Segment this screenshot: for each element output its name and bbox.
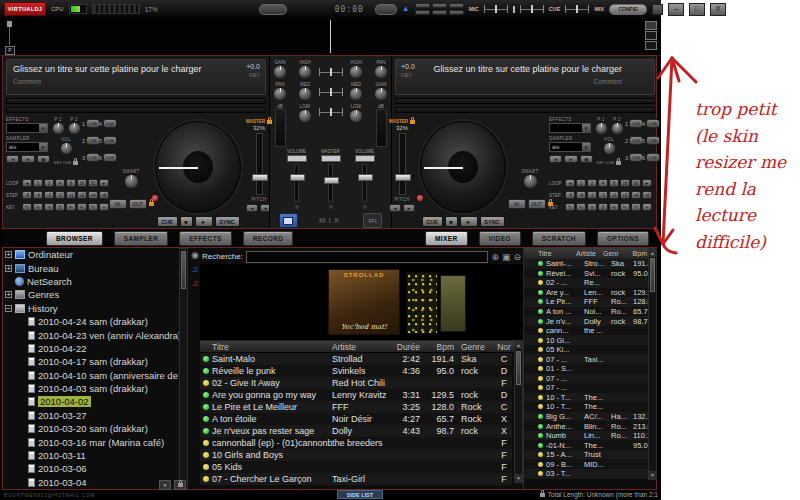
tree-item[interactable]: 2010-03-20 sam (drakkar): [3, 422, 179, 435]
pan-knob-left[interactable]: [273, 87, 287, 101]
tree-item[interactable]: −History: [3, 302, 179, 315]
stop-button[interactable]: ■: [445, 216, 458, 227]
album-cover-main[interactable]: STROLLAD Yec'hed mat!: [328, 269, 400, 335]
loop-in-button[interactable]: IN: [109, 199, 127, 209]
tree-item[interactable]: +Bureau: [3, 261, 179, 274]
gain-knob-left[interactable]: [273, 65, 287, 79]
step-button[interactable]: -2: [44, 191, 54, 199]
step-button[interactable]: -1: [55, 191, 65, 199]
side-list-button[interactable]: SIDE LIST: [337, 490, 383, 499]
config-button[interactable]: CONFIG: [609, 4, 647, 15]
disc-icon[interactable]: ◉: [191, 250, 199, 260]
cue-button[interactable]: CUE: [629, 136, 643, 145]
cue-mix-slider[interactable]: [565, 5, 589, 13]
scroll-up-icon[interactable]: ▲: [515, 341, 522, 349]
deck-title-drop-zone[interactable]: Glissez un titre sur cette platine pour …: [6, 59, 266, 95]
loop-button[interactable]: 16: [620, 179, 630, 187]
track-row[interactable]: 07 - Chercher Le GarçonTaxi-GirlF: [200, 473, 512, 485]
sidelist-row[interactable]: NumbLin...Ro...110.1: [524, 431, 649, 441]
step-button[interactable]: +1: [66, 191, 76, 199]
column-header-nor[interactable]: Nor: [496, 342, 512, 352]
tree-item[interactable]: 2010-03-16 mar (Marina café): [3, 435, 179, 448]
tree-item[interactable]: 2010-04-03 sam (drakkar): [3, 382, 179, 395]
cover-flow[interactable]: STROLLAD Yec'hed mat!: [200, 264, 523, 341]
sidelist-row[interactable]: 02 - ...Re...: [524, 278, 649, 288]
pitch-slider-handle[interactable]: [252, 174, 268, 181]
cue-button[interactable]: CUE: [86, 153, 100, 162]
key-button[interactable]: ½: [88, 203, 98, 211]
track-row[interactable]: Je n'veux pas rester sageDolly4:4398.7ro…: [200, 425, 512, 437]
titlebar-toggle-button[interactable]: [259, 4, 287, 15]
sidelist-row[interactable]: 01 - S...: [524, 364, 649, 374]
tree-item[interactable]: 2010-04-10 sam (anniversaire de la...: [3, 369, 179, 382]
column-header-durée[interactable]: Durée: [388, 342, 420, 352]
step-button[interactable]: +8: [642, 191, 652, 199]
pfl-left-button[interactable]: [279, 213, 298, 228]
album-cover-2[interactable]: [406, 272, 438, 334]
list-options-button[interactable]: ▾: [159, 480, 171, 490]
track-row[interactable]: Are you gonna go my wayLenny Kravitz3:31…: [200, 389, 512, 401]
loop-button[interactable]: ◄: [565, 179, 575, 187]
loop-button[interactable]: 16: [77, 179, 87, 187]
play-button[interactable]: ►: [460, 216, 478, 227]
key-button[interactable]: ⅞: [44, 203, 54, 211]
key-button[interactable]: ⅛: [66, 203, 76, 211]
track-row[interactable]: Réveille le punkSvinkels4:3695.0rockD: [200, 365, 512, 377]
music-note-blue-icon[interactable]: ♫: [192, 264, 199, 274]
kill-low-slider[interactable]: [319, 108, 343, 116]
deck-title-drop-zone[interactable]: Glissez un titre sur cette platine pour …: [395, 59, 655, 95]
tab-record[interactable]: RECORD: [243, 231, 294, 246]
minimize-button[interactable]: –: [668, 3, 684, 16]
side-column-header-titre[interactable]: Titre: [538, 250, 576, 257]
effect-param2-knob[interactable]: [611, 122, 624, 135]
sample-next-button[interactable]: ►: [21, 155, 34, 163]
pitch-slider[interactable]: [399, 133, 406, 195]
zoom-in-icon[interactable]: ⊕: [491, 252, 499, 262]
tree-toggle[interactable]: +: [5, 291, 12, 298]
loop-button[interactable]: 8: [609, 179, 619, 187]
eq-high-knob-left[interactable]: [298, 65, 312, 79]
zoom-out-icon[interactable]: ⊖: [513, 252, 521, 262]
kill-high-slider[interactable]: [319, 68, 343, 76]
track-row[interactable]: 05 KidsF: [200, 461, 512, 473]
effect-param1-knob[interactable]: [52, 122, 65, 135]
cue-button[interactable]: CUE: [86, 136, 100, 145]
pitch-slider[interactable]: [256, 133, 263, 195]
tab-scratch[interactable]: SCRATCH: [532, 231, 586, 246]
loop-button[interactable]: 2: [587, 179, 597, 187]
sidelist-row[interactable]: Le Pir...FFFRo...128.0: [524, 297, 649, 307]
cue-button[interactable]: CUE: [86, 119, 100, 128]
sidelist-row[interactable]: Saint-...Stro...Ska191.4: [524, 259, 649, 269]
sidelist-row[interactable]: 10 - T...The...: [524, 402, 649, 412]
loop-button[interactable]: ►: [642, 179, 652, 187]
sync-button[interactable]: SYNC: [215, 216, 240, 227]
sidelist-row[interactable]: -01-N...The...95.0: [524, 440, 649, 450]
loop-button[interactable]: 32: [631, 179, 641, 187]
sample-rec-button[interactable]: ▣: [37, 155, 50, 163]
search-input[interactable]: [246, 251, 488, 263]
step-button[interactable]: -8: [565, 191, 575, 199]
key-button[interactable]: 0: [55, 203, 65, 211]
side-column-header-bpm[interactable]: Bpm: [625, 250, 649, 257]
key-button[interactable]: +: [99, 203, 109, 211]
autoplay-icon[interactable]: ▲: [402, 5, 410, 13]
tree-item[interactable]: 2010-03-11: [3, 449, 179, 462]
key-button[interactable]: ⅞: [587, 203, 597, 211]
key-button[interactable]: ½: [565, 203, 575, 211]
sidelist-row[interactable]: 10 - T...The...: [524, 393, 649, 403]
cue-button[interactable]: CUE: [422, 216, 443, 227]
effects-select[interactable]: ▾: [549, 123, 591, 133]
sidelist-row[interactable]: cann...the ...: [524, 326, 649, 336]
pitch-bend-minus-button[interactable]: ◄: [389, 204, 401, 212]
close-button[interactable]: X: [710, 3, 726, 16]
sample-next-button[interactable]: ►: [564, 155, 577, 163]
pitch-slider-handle[interactable]: [395, 174, 411, 181]
sidelist-row[interactable]: A ton ...Noi...Ro...65.7: [524, 307, 649, 317]
step-button[interactable]: -8: [22, 191, 32, 199]
loop-button[interactable]: 4: [55, 179, 65, 187]
tree-toggle[interactable]: +: [5, 265, 12, 272]
step-button[interactable]: +4: [88, 191, 98, 199]
step-button[interactable]: +2: [620, 191, 630, 199]
stop-button[interactable]: ■: [180, 216, 193, 227]
sidelist-row[interactable]: 09 - B...MID...: [524, 459, 649, 469]
